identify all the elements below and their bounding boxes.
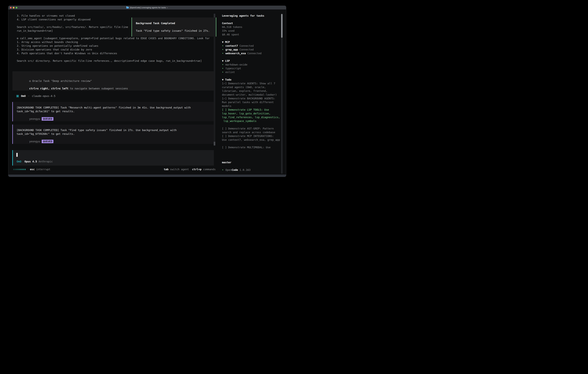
oracle-task-box: ◎ Oracle Task "Deep architecture review"…: [12, 71, 214, 91]
app-name-bold: Code: [232, 168, 238, 172]
status-dot-icon: •: [222, 70, 225, 74]
main-scrollbar-thumb[interactable]: [214, 142, 215, 145]
todo-line-done: [✓] Demonstrate AGENTS: Show all 7: [222, 82, 281, 85]
window-title: [OpenCode] Leveraging agents for tasks: [130, 7, 166, 9]
status-dot-icon: •: [222, 168, 225, 172]
lsp-item: •typescript: [222, 67, 281, 70]
status-dot-icon: •: [222, 67, 225, 70]
context-spent: $0.46 spent: [222, 33, 281, 36]
window-title-group: [OpenCode] Leveraging agents for tasks ◐: [126, 7, 168, 9]
prompt-input[interactable]: OmO Opus 4.5 Anthropic: [12, 150, 214, 166]
mcp-status: Connected: [246, 52, 262, 55]
todo-line-done: [✓] Demonstrate BACKGROUND AGENTS:: [222, 97, 281, 100]
scrollback-line: 2. String operations on potentially unde…: [17, 44, 210, 48]
main-scrollbar-track[interactable]: [214, 14, 215, 145]
window-bottom-bezel: [8, 175, 286, 177]
agent-header: OmO · claude-opus-4-5: [17, 94, 55, 98]
todo-line-done: curated agents (OmO, oracle,: [222, 85, 281, 89]
agent-name: OmO: [21, 94, 26, 98]
agent-model: claude-opus-4-5: [32, 94, 55, 98]
lsp-item: •markdown-oxide: [222, 63, 281, 67]
mcp-name: websearch_exa: [225, 52, 246, 55]
mcp-section-header[interactable]: ▼ MCP: [222, 40, 281, 44]
background-task-message: [BACKGROUND TASK COMPLETED] Task "Resear…: [12, 102, 214, 121]
shortcut-description: to navigate between subagent sessions: [68, 87, 128, 90]
working-spinner-icon: [13, 169, 26, 170]
todo-line-active: [ ] Demonstrate LSP TOOLS: Use: [222, 108, 281, 112]
todo-line-pending: search and replace across codebase: [222, 130, 281, 134]
minimize-button[interactable]: [13, 7, 14, 9]
todo-line-done: librarian, explore, frontend,: [222, 89, 281, 93]
ctrlp-key-hint: ctrl+p: [192, 167, 201, 171]
status-dot-icon: •: [222, 48, 225, 52]
scrollback-line: 3. File handles or streams not closed: [17, 14, 210, 18]
todo-line-active: lsp_workspace_symbols: [222, 119, 281, 123]
todo-line-done: models: [222, 104, 281, 108]
mcp-item: •context7 Connected: [222, 44, 281, 48]
shortcut-keys: ctrl+x right, ctrl+x left: [29, 87, 68, 90]
mcp-status: Connected: [238, 48, 254, 52]
input-provider: Anthropic: [37, 160, 53, 163]
sidebar-scrollbar-thumb[interactable]: [281, 14, 283, 38]
mcp-item: •grep_app Connected: [222, 48, 281, 52]
sidebar-scrollbar-track[interactable]: [281, 14, 283, 174]
mcp-name: context7: [225, 44, 238, 48]
main-scrollbar-cap: [214, 14, 215, 18]
status-bar: esc interrupt tab switch agentctrl+p com…: [13, 167, 216, 171]
task-message-line: [BACKGROUND TASK COMPLETED] Task "Resear…: [17, 106, 214, 109]
close-button[interactable]: [10, 7, 11, 9]
status-dot-icon: •: [222, 52, 225, 55]
context-used: 33% used: [222, 29, 281, 33]
task-message-line: [BACKGROUND TASK COMPLETED] Task "Find t…: [17, 128, 214, 132]
traffic-lights: [10, 7, 17, 9]
context-heading: Context: [222, 21, 281, 25]
lsp-name: eslint: [225, 70, 235, 74]
scrollback-line: 4. Path operations that don't handle Win…: [17, 52, 210, 55]
notification-toast: Background Task Completed Task "Find typ…: [132, 18, 216, 37]
lsp-section-header[interactable]: ▼ LSP: [222, 59, 281, 63]
session-title: Leveraging agents for tasks: [222, 14, 281, 18]
status-badge: QUEUED: [42, 140, 53, 143]
tab-key-label: switch agent: [168, 167, 189, 171]
context-tokens: 66,518 tokens: [222, 25, 281, 29]
todo-line-pending: [ ] Demonstrate MULTIMODAL: Use: [222, 145, 281, 149]
edited-indicator-icon: ◐: [167, 7, 168, 9]
todo-line-pending: [ ] Demonstrate AST-GREP: Pattern: [222, 127, 281, 130]
task-message-line: task_id="bg_dcfac161" to get results.: [17, 109, 214, 113]
background-task-message: [BACKGROUND TASK COMPLETED] Task "Find t…: [12, 125, 214, 144]
task-user: yeongyu: [29, 117, 42, 120]
toast-body: Task "Find type safety issues" finished …: [136, 29, 216, 33]
terminal-content: 3. File handles or streams not closed 4.…: [8, 10, 286, 175]
mcp-name: grep_app: [225, 48, 238, 52]
lsp-name: typescript: [225, 67, 241, 70]
titlebar: [OpenCode] Leveraging agents for tasks ◐: [8, 6, 286, 10]
mcp-item: •websearch_exa Connected: [222, 52, 281, 55]
app-version: 1.0.163: [238, 168, 251, 172]
todo-line-active: lsp_hover, lsp_goto_definition,: [222, 112, 281, 115]
todo-section-header[interactable]: ▼ Todo: [222, 78, 281, 82]
todo-line-done: document-writer, multimodal-looker): [222, 93, 281, 97]
workspace-branch: master: [222, 161, 281, 164]
status-bar-right: tab switch agentctrl+p commands: [164, 167, 216, 171]
status-dot-icon: •: [222, 44, 225, 48]
todo-line-active: lsp_find_references, lsp_diagnostics,: [222, 115, 281, 119]
text-cursor: [16, 153, 18, 157]
app-window: [OpenCode] Leveraging agents for tasks ◐…: [8, 6, 286, 177]
tab-key-hint: tab: [164, 167, 168, 171]
todo-line-pending: Use context7, websearch_exa, grep_app: [222, 138, 281, 142]
lsp-item: •eslint: [222, 70, 281, 74]
ctrlp-key-label: commands: [201, 167, 216, 171]
toast-title: Background Task Completed: [136, 21, 216, 25]
maximize-button[interactable]: [16, 7, 17, 9]
esc-key-hint: esc: [30, 167, 35, 171]
lsp-name: markdown-oxide: [225, 63, 247, 67]
todo-line-done: Run parallel tasks with different: [222, 100, 281, 104]
workspace-path: ~/local-workspaces/oh-my-opencode:: [222, 157, 281, 161]
scrollback-line: 1. Array access without bounds checking: [17, 40, 210, 44]
sidebar: Leveraging agents for tasks Context 66,5…: [222, 14, 281, 172]
oracle-task-icon: ◎: [29, 79, 31, 83]
status-badge: QUEUED: [42, 117, 53, 121]
agent-square-icon: [17, 95, 19, 97]
scrollback-line: 3. Division operations that could divide…: [17, 48, 210, 52]
folder-icon: [126, 7, 129, 9]
